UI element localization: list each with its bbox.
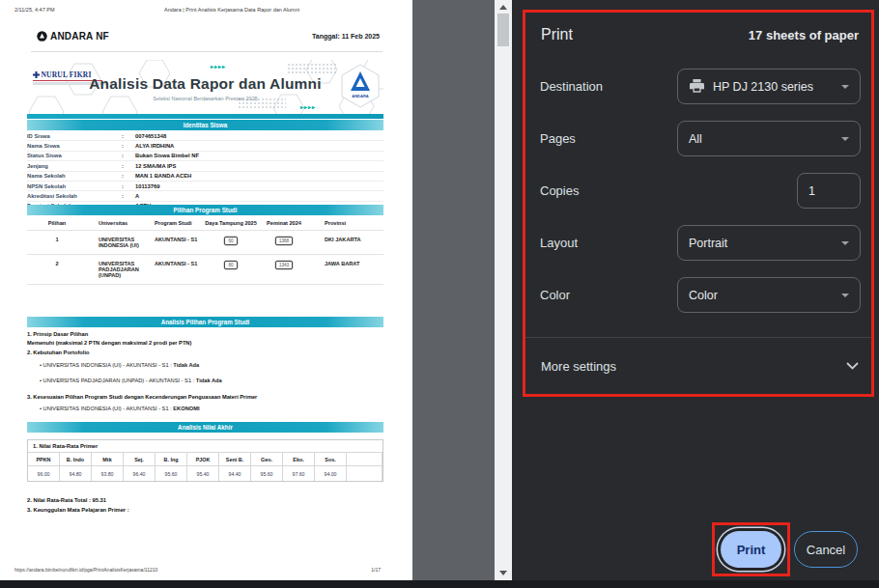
identitas-list: ID Siswa:0074651348 Nama Siswa:ALYA IRDH… bbox=[27, 131, 383, 211]
identitas-row: NPSN Sekolah:10113769 bbox=[27, 182, 383, 191]
identitas-row: Nama Siswa:ALYA IRDHINA bbox=[27, 141, 383, 151]
color-row: Color Color bbox=[540, 277, 861, 313]
identitas-row: ID Siswa:0074651348 bbox=[27, 131, 383, 141]
print-button[interactable]: Print bbox=[721, 531, 781, 568]
footer-page-indicator: 1/17 bbox=[371, 567, 381, 573]
brand: ANDARA NF bbox=[37, 31, 109, 42]
scrollbar-thumb[interactable] bbox=[497, 14, 509, 46]
daya-tampung-badge: 80 bbox=[224, 261, 237, 269]
dialog-header: Print 17 sheets of paper bbox=[541, 26, 859, 43]
andara-triangle-logo: ANDARA bbox=[340, 63, 381, 109]
identitas-row: Status Siswa:Bukan Siswa Bimbel NF bbox=[27, 152, 383, 161]
document-title: Analisis Data Rapor dan Alumni bbox=[56, 75, 354, 93]
keunggulan-line: 3. Keunggulan Mata Pelajaran Primer : bbox=[27, 507, 129, 513]
destination-select[interactable]: HP DJ 2130 series bbox=[677, 69, 861, 104]
document-subtitle: Seleksi Nasional Berdasarkan Prestasi 20… bbox=[56, 96, 354, 101]
chevron-down-icon bbox=[846, 362, 859, 370]
annotation-box-settings: Print 17 sheets of paper Destination HP … bbox=[523, 10, 874, 397]
pages-row: Pages All bbox=[540, 121, 861, 156]
layout-label: Layout bbox=[540, 236, 578, 250]
preview-datetime: 2/11/25, 4:47 PM bbox=[14, 7, 54, 13]
copies-label: Copies bbox=[540, 183, 579, 198]
peminat-badge: 1368 bbox=[275, 237, 293, 245]
section-analisis-pilihan: Analisis Pilihan Program Studi bbox=[27, 317, 383, 327]
more-settings-toggle[interactable]: More settings bbox=[541, 338, 859, 394]
document-banner: ▸▸▸▸ ▸▸▸▸ NURUL FIKRI Analisis Data Rapo… bbox=[27, 60, 383, 114]
section-pilihan-program-studi: Pilihan Program Studi bbox=[27, 205, 383, 215]
list-item: UNIVERSITAS PADJADJARAN (UNPAD) - AKUNTA… bbox=[40, 377, 383, 385]
printer-icon bbox=[689, 79, 705, 94]
chevron-down-icon bbox=[841, 294, 849, 297]
identitas-row: Jenjang:12 SMA/MA IPS bbox=[27, 161, 383, 171]
annotation-box-print: Print bbox=[712, 522, 790, 576]
print-preview-page: 2/11/25, 4:47 PM Andara | Print Analisis… bbox=[0, 0, 412, 580]
peminat-badge: 1343 bbox=[275, 261, 293, 269]
sheets-count: 17 sheets of paper bbox=[749, 28, 859, 42]
print-dialog-panel: Print 17 sheets of paper Destination HP … bbox=[512, 0, 879, 580]
daya-tampung-badge: 60 bbox=[224, 237, 237, 245]
andara-nf-logo-icon bbox=[37, 31, 47, 42]
dialog-title: Print bbox=[541, 26, 573, 43]
destination-label: Destination bbox=[540, 79, 603, 94]
pilihan-table: Pilihan Universitas Program Studi Daya T… bbox=[27, 217, 383, 285]
destination-row: Destination HP DJ 2130 series bbox=[540, 69, 861, 104]
andara-logo-text: ANDARA bbox=[352, 94, 368, 98]
more-settings-label: More settings bbox=[541, 359, 616, 374]
bottom-strip bbox=[0, 580, 879, 588]
copies-row: Copies bbox=[540, 173, 861, 209]
color-value: Color bbox=[689, 289, 718, 302]
pilihan-table-header: Pilihan Universitas Program Studi Daya T… bbox=[27, 217, 383, 231]
layout-value: Portrait bbox=[689, 237, 727, 250]
nilai-total-line: 2. Nilai Rata-Rata Total : 95.31 bbox=[27, 497, 106, 503]
document-header: ANDARA NF Tanggal: 11 Feb 2025 bbox=[37, 31, 380, 42]
preview-background bbox=[412, 0, 495, 580]
brand-name: ANDARA NF bbox=[50, 31, 109, 42]
table-row: 1 UNIVERSITAS INDONESIA (UI) AKUNTANSI -… bbox=[27, 231, 383, 255]
chevrons-icon: ▸▸▸▸ bbox=[300, 103, 316, 110]
pages-select[interactable]: All bbox=[677, 121, 861, 156]
cross-icon bbox=[33, 71, 40, 78]
color-select[interactable]: Color bbox=[677, 277, 861, 313]
color-label: Color bbox=[540, 288, 570, 302]
section-identitas-siswa: Identitas Siswa bbox=[27, 120, 383, 130]
scroll-up-icon[interactable] bbox=[499, 5, 507, 10]
scroll-down-icon[interactable] bbox=[499, 571, 507, 575]
layout-row: Layout Portrait bbox=[540, 225, 861, 261]
identitas-row: Nama Sekolah:MAN 1 BANDA ACEH bbox=[27, 172, 383, 182]
banner-teal-bar bbox=[27, 114, 383, 119]
layout-select[interactable]: Portrait bbox=[677, 225, 861, 261]
list-item: UNIVERSITAS INDONESIA (UI) - AKUNTANSI -… bbox=[40, 361, 383, 370]
analisis-text-block: 1. Prinsip Dasar Pilihan Memenuhi (maksi… bbox=[27, 328, 383, 436]
section-analisis-nilai-akhir: Analisis Nilai Akhir bbox=[27, 422, 383, 433]
pages-value: All bbox=[689, 132, 702, 146]
date-label: Tanggal: 11 Feb 2025 bbox=[312, 33, 380, 40]
chevron-down-icon bbox=[841, 241, 849, 245]
preview-scrollbar[interactable] bbox=[495, 0, 512, 580]
pages-label: Pages bbox=[540, 131, 576, 146]
list-item: UNIVERSITAS INDONESIA (UI) - AKUNTANSI -… bbox=[40, 405, 383, 413]
chevrons-icon: ▸▸▸▸ bbox=[211, 63, 226, 70]
dot-pattern bbox=[287, 63, 337, 75]
nilai-table-box: 1. Nilai Rata-Rata Primer PPKN B. Indo M… bbox=[27, 439, 383, 482]
destination-value: HP DJ 2130 series bbox=[713, 80, 813, 94]
preview-document-title: Andara | Print Analisis Kerjasama Data R… bbox=[164, 7, 299, 13]
identitas-row: Akreditasi Sekolah:A bbox=[27, 191, 383, 201]
footer-url: https://andara.bimbelnurulfikri.id/pga/P… bbox=[14, 567, 157, 573]
table-row: 2 UNIVERSITAS PADJADJARAN (UNPAD) AKUNTA… bbox=[27, 255, 383, 285]
copies-input[interactable] bbox=[797, 173, 861, 209]
header-divider bbox=[31, 51, 383, 52]
chevron-down-icon bbox=[841, 85, 849, 89]
nilai-table: PPKN B. Indo Mtk Sej. B. Ing PJOK Seni B… bbox=[28, 452, 383, 481]
cancel-button[interactable]: Cancel bbox=[794, 531, 858, 568]
chevron-down-icon bbox=[841, 137, 849, 141]
